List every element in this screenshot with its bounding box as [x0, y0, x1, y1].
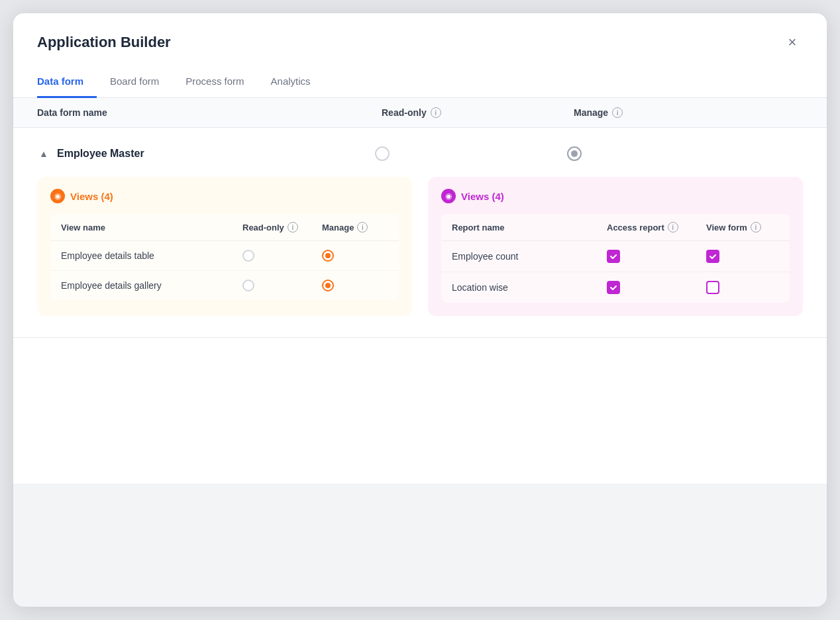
left-readonly-info[interactable]: i [288, 222, 298, 232]
close-button[interactable]: × [782, 32, 803, 53]
right-panel-header: ◉ Views (4) [441, 189, 790, 203]
left-panel-title: Views (4) [70, 191, 113, 202]
row1-name: Employee details table [61, 250, 242, 261]
views-panels: ◉ Views (4) View name Read-only i Manage… [37, 177, 803, 316]
row2-manage-radio[interactable] [322, 280, 334, 291]
right-viewform-info[interactable]: i [751, 222, 761, 232]
col-header-name: Data form name [37, 107, 382, 118]
right-row1-viewform-cell [706, 250, 779, 263]
table-row: Employee details gallery [50, 271, 399, 300]
row1-manage-radio[interactable] [322, 250, 334, 262]
right-row1-name: Employee count [452, 251, 607, 262]
employee-readonly-cell [375, 146, 567, 161]
left-views-panel: ◉ Views (4) View name Read-only i Manage… [37, 177, 412, 316]
table-row: Employee details table [50, 241, 399, 271]
tab-bar: Data form Board form Process form Analyt… [37, 69, 803, 97]
row1-readonly-cell [242, 250, 322, 262]
left-panel-header: ◉ Views (4) [50, 189, 399, 203]
modal-title: Application Builder [37, 34, 171, 51]
row2-readonly-cell [242, 280, 322, 291]
right-col-access: Access report i [607, 222, 706, 232]
right-panel-icon: ◉ [441, 189, 456, 203]
rest-area [13, 338, 827, 484]
left-col-readonly: Read-only i [242, 222, 322, 232]
left-manage-info[interactable]: i [357, 222, 368, 232]
table-row: Employee count [441, 241, 790, 272]
col-header-readonly: Read-only i [382, 107, 574, 118]
employee-manage-radio[interactable] [567, 146, 582, 161]
right-col-name: Report name [452, 223, 607, 232]
employee-manage-cell [567, 146, 759, 161]
right-row2-viewform-cell [706, 281, 779, 294]
right-table-header: Report name Access report i View form i [441, 214, 790, 241]
right-row1-viewform-checkbox[interactable] [706, 250, 719, 263]
right-inner-table: Report name Access report i View form i … [441, 214, 790, 303]
left-inner-table: View name Read-only i Manage i Employee … [50, 214, 399, 300]
row2-name: Employee details gallery [61, 280, 242, 291]
left-panel-icon: ◉ [50, 189, 65, 203]
right-row2-access-checkbox[interactable] [607, 281, 620, 294]
right-row2-access-cell [607, 281, 706, 294]
row1-readonly-radio[interactable] [242, 250, 254, 262]
manage-info-icon[interactable]: i [612, 107, 623, 118]
right-row1-access-checkbox[interactable] [607, 250, 620, 263]
left-col-manage: Manage i [322, 222, 388, 232]
employee-master-row: ▲ Employee Master [37, 144, 803, 177]
left-table-header: View name Read-only i Manage i [50, 214, 399, 241]
row1-manage-cell [322, 250, 388, 262]
modal-header: Application Builder × Data form Board fo… [13, 13, 827, 98]
col-header-manage: Manage i [574, 107, 803, 118]
table-row: Location wise [441, 272, 790, 303]
right-col-viewform: View form i [706, 222, 779, 232]
employee-readonly-radio[interactable] [375, 146, 390, 161]
right-row2-name: Location wise [452, 282, 607, 293]
right-row2-viewform-checkbox[interactable] [706, 281, 719, 294]
right-row1-access-cell [607, 250, 706, 263]
left-col-name: View name [61, 223, 242, 232]
main-content: ▲ Employee Master ◉ Views (4) View name [13, 128, 827, 338]
tab-board-form[interactable]: Board form [97, 69, 172, 98]
tab-analytics[interactable]: Analytics [258, 69, 324, 98]
collapse-icon[interactable]: ▲ [37, 147, 50, 160]
readonly-info-icon[interactable]: i [431, 107, 441, 118]
modal-title-row: Application Builder × [37, 32, 803, 53]
application-builder-modal: Application Builder × Data form Board fo… [13, 13, 827, 607]
table-header: Data form name Read-only i Manage i [13, 98, 827, 128]
tab-data-form[interactable]: Data form [37, 69, 97, 98]
right-views-panel: ◉ Views (4) Report name Access report i … [428, 177, 803, 316]
row2-manage-cell [322, 280, 388, 291]
tab-process-form[interactable]: Process form [172, 69, 257, 98]
right-panel-title: Views (4) [461, 191, 504, 202]
employee-master-name: Employee Master [57, 148, 375, 160]
right-access-info[interactable]: i [668, 222, 678, 232]
row2-readonly-radio[interactable] [242, 280, 254, 291]
